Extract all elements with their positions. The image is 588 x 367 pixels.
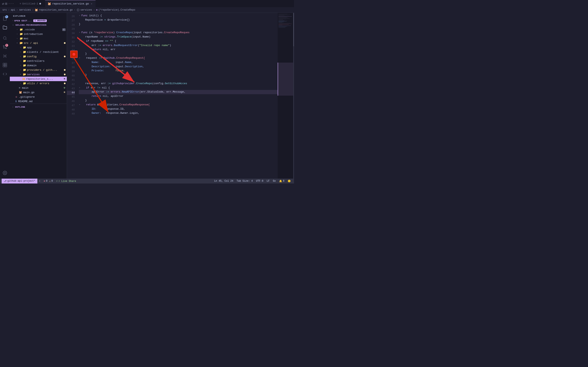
- sidebar-item-utils[interactable]: › 📁 utils / errors: [10, 81, 67, 86]
- notification-bell[interactable]: 🔔 8: [277, 179, 286, 184]
- go-file-icon: 🐹: [48, 2, 51, 6]
- domain-folder-icon: 📁: [23, 64, 26, 67]
- sync-status[interactable]: ↕: [37, 179, 42, 184]
- activity-settings[interactable]: [1, 169, 9, 177]
- tab-unsaved-dot: [39, 3, 41, 4]
- code-content[interactable]: ▾func init() { RepoService = &repoServic…: [77, 13, 278, 179]
- sidebar-item-providers[interactable]: › 📁 providers / gith...: [10, 68, 67, 72]
- live-share-label: ⚡ Live Share: [58, 180, 76, 183]
- sidebar-item-repositories-service[interactable]: 🐹 repositories_s... M: [10, 77, 67, 81]
- encoding-label: UTF-8: [256, 180, 263, 183]
- warning-icon: ⚠: [49, 180, 51, 183]
- svg-point-0: [3, 37, 6, 39]
- sidebar-item-services[interactable]: ▾ 📂 services: [10, 72, 67, 77]
- code-line-43: ▾ if err != nil {: [79, 86, 278, 90]
- sidebar-item-controllers[interactable]: › 📁 controllers: [10, 59, 67, 63]
- readme-icon: ℹ: [16, 100, 17, 103]
- code-line-48: ID: response.ID,: [79, 107, 278, 111]
- tab-untitled[interactable]: ≡ Untitled-1: [17, 0, 44, 7]
- bc-services[interactable]: services: [19, 8, 31, 11]
- code-line-49: Owner: response.Owner.Login,: [79, 111, 278, 115]
- sync-icon: ↕: [39, 180, 40, 183]
- tab-size-status[interactable]: Tab Size: 4: [235, 179, 254, 184]
- code-line-39: Private: false,: [79, 69, 278, 73]
- layout-icon[interactable]: ⊞: [5, 1, 7, 6]
- language-status[interactable]: Go: [271, 179, 277, 184]
- minimap-code: [278, 13, 294, 179]
- code-line-41: [79, 77, 278, 82]
- activity-remote[interactable]: [1, 70, 9, 78]
- chevron-right-icon: ›: [19, 55, 22, 58]
- activity-extensions[interactable]: [1, 61, 9, 69]
- providers-dot: [64, 69, 66, 71]
- activity-files[interactable]: 1: [1, 15, 9, 23]
- clients-folder-icon: 📁: [23, 50, 26, 54]
- emoji-icon: 🙂: [288, 180, 291, 183]
- bc-filename[interactable]: repositories_service.go: [39, 8, 73, 11]
- sidebar-item-clients[interactable]: › 📁 clients / restclient: [10, 50, 67, 54]
- intro-label: introduction: [24, 33, 67, 36]
- sidebar-item-main-go[interactable]: 🐹 main.go M: [10, 90, 67, 95]
- activity-search[interactable]: [1, 34, 9, 42]
- sidebar-item-gitignore[interactable]: ◇ .gitignore: [10, 95, 67, 99]
- src-folder-icon: 📂: [20, 42, 23, 45]
- bc-method[interactable]: (*repoService).CreateRepo: [98, 8, 135, 11]
- minimap[interactable]: [278, 13, 294, 179]
- src-api-label: src / api: [24, 42, 63, 45]
- notification-count: 8: [283, 180, 285, 183]
- errors-status[interactable]: ⊗ 0 ⚠ 0: [42, 179, 54, 184]
- bc-api[interactable]: api: [11, 8, 15, 11]
- title-bar: ⇄ ⊞ ··· ≡ Untitled-1 🐹 repositories_serv…: [0, 0, 294, 7]
- sidebar-item-config[interactable]: › 📁 config: [10, 54, 67, 59]
- bc-services2[interactable]: services: [80, 8, 92, 11]
- line-ending-status[interactable]: LF: [265, 179, 271, 184]
- bc-src[interactable]: src: [2, 8, 7, 11]
- code-line-36: ▾ request := &github.CreateRepoRequest{: [79, 56, 278, 60]
- project-root[interactable]: ▾ GOLANG-MICROSERVICES: [10, 23, 67, 27]
- live-share-button[interactable]: ⚡ ⚡ Live Share: [54, 179, 78, 184]
- sidebar-item-vscode[interactable]: › 📁 .vscode r: [10, 27, 67, 32]
- controllers-label: controllers: [27, 59, 67, 63]
- repo-file-icon: 🐹: [22, 77, 25, 81]
- outline-section[interactable]: › OUTLINE: [10, 104, 67, 110]
- chevron-right-icon: ›: [19, 69, 22, 71]
- main-badge: U: [64, 87, 65, 89]
- tab-repo-service[interactable]: 🐹 repositories_service.go ✕: [45, 0, 95, 7]
- branch-name: github-api-project*: [7, 180, 35, 183]
- activity-git[interactable]: 6: [1, 43, 9, 51]
- open-editors-section[interactable]: › OPEN EDIT... 1 UNSAVED: [10, 18, 67, 23]
- sidebar-item-app[interactable]: › 📁 app: [10, 45, 67, 50]
- editor-content[interactable]: 26 27 28 29 30 31 32 33 34 35 36 37 38 3…: [67, 13, 294, 179]
- outline-header[interactable]: › OUTLINE: [10, 105, 67, 109]
- sidebar-item-src-api[interactable]: ▾ 📂 src / api: [10, 41, 67, 45]
- sidebar-item-introduction[interactable]: › 📁 introduction: [10, 32, 67, 36]
- sidebar-item-readme[interactable]: ℹ README.md: [10, 99, 67, 104]
- sidebar-item-main[interactable]: ≡ main U: [10, 86, 67, 90]
- encoding-status[interactable]: UTF-8: [254, 179, 265, 184]
- sidebar-item-mvc[interactable]: › 📁 mvc: [10, 36, 67, 41]
- editor-area: 26 27 28 29 30 31 32 33 34 35 36 37 38 3…: [67, 13, 294, 179]
- git-branch-status[interactable]: ⎇ github-api-project*: [2, 179, 37, 184]
- activity-explorer[interactable]: [1, 24, 9, 32]
- providers-folder-icon: 📁: [23, 68, 26, 72]
- activity-debug[interactable]: [1, 52, 9, 60]
- cursor-position-status[interactable]: Ln 45, Col 24: [213, 179, 235, 184]
- sidebar-item-domain[interactable]: › 📁 domain: [10, 63, 67, 68]
- domain-label: domain: [27, 64, 67, 67]
- emoji-status[interactable]: 🙂: [286, 179, 292, 184]
- error-count: 0: [46, 180, 47, 183]
- main-icon: ≡: [19, 86, 20, 90]
- more-icon[interactable]: ···: [8, 2, 14, 6]
- code-line-46: }: [79, 99, 278, 103]
- svg-rect-8: [5, 65, 7, 67]
- sidebar-scroll[interactable]: › OPEN EDIT... 1 UNSAVED ▾ GOLANG-MICROS…: [10, 18, 67, 179]
- services-folder-icon: 📂: [23, 73, 26, 76]
- tab-size-label: Tab Size: 4: [237, 180, 253, 183]
- outline-label: OUTLINE: [15, 106, 25, 108]
- chevron-down-icon: ▾: [16, 42, 19, 44]
- explorer-header: EXPLORER: [10, 13, 67, 18]
- minimap-scrollbar-thumb: [293, 13, 294, 46]
- tab-close-button[interactable]: ✕: [90, 2, 93, 5]
- source-control-icon[interactable]: ⇄: [2, 1, 4, 6]
- mvc-label: mvc: [24, 37, 67, 40]
